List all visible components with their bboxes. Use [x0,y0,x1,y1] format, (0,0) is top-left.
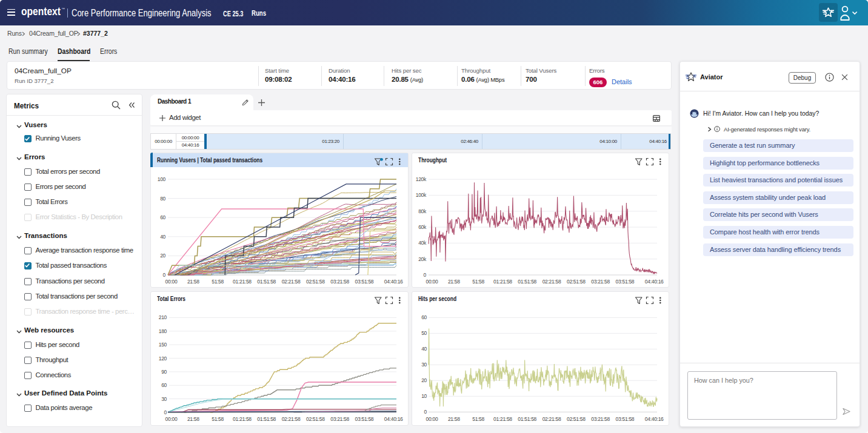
svg-text:00:00: 00:00 [426,416,438,422]
svg-text:60: 60 [160,214,165,220]
svg-text:40: 40 [421,346,427,352]
svg-text:01:51:58: 01:51:58 [257,416,276,422]
svg-text:00:00: 00:00 [165,279,178,285]
svg-text:60: 60 [161,382,167,388]
svg-text:40: 40 [160,234,165,240]
svg-text:40k: 40k [418,240,427,246]
svg-text:0: 0 [163,272,166,278]
svg-text:03:51:58: 03:51:58 [355,416,374,422]
svg-text:10: 10 [421,393,427,399]
svg-text:20: 20 [160,253,165,259]
svg-text:02:21:58: 02:21:58 [542,279,561,285]
svg-text:03:21:58: 03:21:58 [591,279,610,285]
svg-text:02:21:58: 02:21:58 [542,416,561,422]
svg-text:90: 90 [161,369,167,375]
svg-text:03:51:58: 03:51:58 [616,279,635,285]
svg-text:0: 0 [424,272,427,278]
svg-text:51:58: 51:58 [212,416,224,422]
svg-text:01:51:58: 01:51:58 [518,279,536,285]
svg-text:0: 0 [424,409,427,415]
svg-text:03:51:58: 03:51:58 [616,416,635,422]
svg-text:180: 180 [159,328,167,334]
svg-text:02:51:58: 02:51:58 [567,416,586,422]
svg-text:80k: 80k [418,208,427,214]
svg-text:01:51:58: 01:51:58 [518,416,536,422]
svg-text:03:21:58: 03:21:58 [330,279,349,285]
svg-text:0: 0 [164,409,167,415]
svg-text:01:21:58: 01:21:58 [233,416,252,422]
svg-text:120k: 120k [416,176,427,182]
svg-text:21:58: 21:58 [448,279,460,285]
svg-text:03:21:58: 03:21:58 [591,416,610,422]
svg-text:51:58: 51:58 [212,279,224,285]
svg-text:04:40:16: 04:40:16 [645,279,664,285]
svg-text:02:21:58: 02:21:58 [282,279,301,285]
svg-text:100k: 100k [416,192,427,198]
svg-text:20: 20 [421,377,427,383]
svg-text:50: 50 [421,330,427,336]
svg-text:60: 60 [421,314,427,320]
svg-text:21:58: 21:58 [187,416,199,422]
svg-text:01:21:58: 01:21:58 [493,279,512,285]
svg-text:30: 30 [421,362,427,368]
svg-text:21:58: 21:58 [448,416,460,422]
svg-text:04:40:16: 04:40:16 [645,416,664,422]
svg-text:02:51:58: 02:51:58 [306,416,325,422]
svg-text:30: 30 [161,396,167,402]
svg-text:02:51:58: 02:51:58 [306,279,325,285]
svg-text:120: 120 [159,355,167,362]
svg-text:100: 100 [158,176,166,182]
svg-text:00:00: 00:00 [426,279,438,285]
svg-text:02:21:58: 02:21:58 [282,416,301,422]
svg-text:03:21:58: 03:21:58 [330,416,349,422]
svg-text:02:51:58: 02:51:58 [567,279,586,285]
svg-text:04:40:16: 04:40:16 [384,279,403,285]
svg-text:210: 210 [159,314,167,320]
svg-text:150: 150 [159,342,167,348]
svg-text:04:40:16: 04:40:16 [384,416,403,422]
svg-text:00:00: 00:00 [165,416,178,422]
svg-text:01:21:58: 01:21:58 [493,416,512,422]
svg-text:80: 80 [160,196,165,202]
svg-text:21:58: 21:58 [187,279,199,285]
svg-text:51:58: 51:58 [472,416,484,422]
svg-text:03:51:58: 03:51:58 [355,279,374,285]
svg-text:01:21:58: 01:21:58 [233,279,252,285]
svg-text:51:58: 51:58 [472,279,484,285]
svg-text:01:51:58: 01:51:58 [257,279,276,285]
svg-text:60k: 60k [418,224,427,230]
svg-text:20k: 20k [418,256,427,262]
